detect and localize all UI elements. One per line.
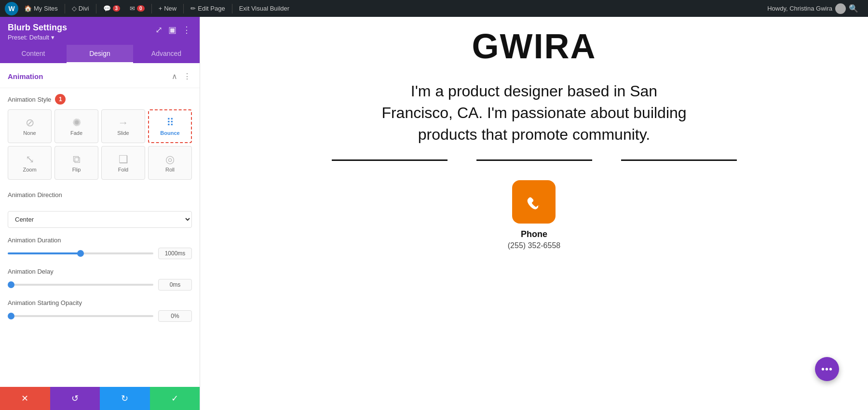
anim-option-none[interactable]: ⊘ None	[8, 109, 52, 143]
slide-icon: →	[118, 118, 129, 128]
wordpress-icon[interactable]: W	[5, 2, 18, 15]
animation-duration-value: 1000ms	[158, 248, 192, 259]
animation-opacity-row: Animation Starting Opacity 0%	[0, 296, 200, 328]
fab-icon: •••	[821, 364, 833, 375]
animation-direction-select[interactable]: Center Top Bottom Left Right	[8, 211, 192, 228]
zoom-icon: ⤡	[26, 154, 34, 165]
divider	[183, 4, 184, 13]
roll-icon: ◎	[165, 154, 175, 165]
animation-section-title: Animation	[8, 72, 43, 80]
admin-bar-exit-builder[interactable]: Exit Visual Builder	[234, 0, 295, 17]
panel-header-left: Blurb Settings Preset: Default ▾	[8, 23, 67, 41]
animation-style-row: Animation Style 1 ⊘ None ✺ Fade	[0, 88, 200, 185]
panel-preset[interactable]: Preset: Default ▾	[8, 34, 67, 41]
panel-header: Blurb Settings Preset: Default ▾ ⤢ ▣ ⋮	[0, 17, 200, 45]
contact-section: Phone (255) 352-6558	[508, 175, 560, 260]
panel-more-icon[interactable]: ⋮	[181, 24, 192, 36]
animation-delay-row: Animation Delay 0ms	[0, 265, 200, 296]
anim-option-slide[interactable]: → Slide	[101, 109, 145, 143]
contact-title: Phone	[521, 229, 547, 239]
home-icon: 🏠	[24, 5, 32, 12]
pencil-icon: ✏	[190, 5, 196, 12]
animation-opacity-value: 0%	[158, 310, 192, 322]
anim-option-roll[interactable]: ◎ Roll	[148, 146, 192, 180]
chevron-down-icon: ▾	[51, 34, 54, 41]
admin-bar-edit-page[interactable]: ✏ Edit Page	[186, 0, 230, 17]
comment-icon: 💬	[103, 5, 111, 12]
anim-option-zoom[interactable]: ⤡ Zoom	[8, 146, 52, 180]
admin-bar-new-comment[interactable]: ✉ 0	[125, 0, 149, 17]
divider	[232, 4, 232, 13]
animation-duration-control: 1000ms	[8, 248, 192, 259]
redo-button[interactable]: ↻	[100, 387, 150, 410]
divider-line-3	[621, 159, 737, 161]
fab-button[interactable]: •••	[815, 357, 839, 381]
animation-direction-row: Animation Direction	[0, 185, 200, 209]
animation-duration-track[interactable]	[8, 252, 153, 254]
animation-delay-control: 0ms	[8, 279, 192, 291]
animation-duration-label: Animation Duration	[8, 237, 192, 244]
section-actions: ∧ ⋮	[171, 71, 192, 82]
admin-bar-new[interactable]: + New	[154, 0, 182, 17]
avatar	[835, 3, 846, 14]
site-title: GWIRA	[472, 17, 597, 71]
divider	[65, 4, 65, 13]
admin-bar-divi[interactable]: ◇ Divi	[67, 0, 94, 17]
hero-text: I'm a product designer based in San Fran…	[361, 71, 708, 159]
animation-style-grid: ⊘ None ✺ Fade → Slide ⠿	[8, 109, 192, 180]
animation-delay-thumb[interactable]	[8, 281, 14, 288]
fade-icon: ✺	[72, 118, 81, 128]
section-collapse-btn[interactable]: ∧	[171, 71, 178, 82]
panel-resize-icon[interactable]: ⤢	[154, 24, 163, 36]
admin-bar-comments[interactable]: 💬 3	[98, 0, 125, 17]
cancel-button[interactable]: ✕	[0, 387, 50, 410]
panel-title: Blurb Settings	[8, 23, 67, 33]
anim-option-fold[interactable]: ❑ Fold	[101, 146, 145, 180]
animation-style-label: Animation Style 1	[8, 94, 192, 105]
animation-direction-label: Animation Direction	[8, 191, 192, 198]
animation-duration-thumb[interactable]	[77, 250, 84, 257]
undo-button[interactable]: ↺	[50, 387, 100, 410]
admin-bar-right: Howdy, Christina Gwira 🔍	[767, 3, 863, 14]
main-layout: Blurb Settings Preset: Default ▾ ⤢ ▣ ⋮ C…	[0, 17, 868, 410]
divider-lines	[303, 159, 766, 161]
panel-footer: ✕ ↺ ↻ ✓	[0, 387, 200, 410]
tab-content[interactable]: Content	[0, 45, 67, 63]
animation-opacity-control: 0%	[8, 310, 192, 322]
admin-bar-my-sites[interactable]: 🏠 My Sites	[19, 0, 63, 17]
panel-tabs: Content Design Advanced	[0, 45, 200, 63]
plus-icon: +	[159, 5, 163, 12]
phone-icon-box	[512, 180, 556, 224]
section-settings-btn[interactable]: ⋮	[182, 71, 192, 82]
panel-columns-icon[interactable]: ▣	[167, 24, 177, 36]
divider-line-1	[332, 159, 448, 161]
animation-duration-fill	[8, 252, 81, 254]
animation-delay-track[interactable]	[8, 284, 153, 286]
animation-direction-select-row: Center Top Bottom Left Right	[0, 209, 200, 234]
anim-option-fade[interactable]: ✺ Fade	[54, 109, 98, 143]
animation-opacity-label: Animation Starting Opacity	[8, 299, 192, 306]
anim-option-bounce[interactable]: ⠿ Bounce	[148, 109, 192, 143]
none-icon: ⊘	[26, 118, 34, 128]
animation-opacity-thumb[interactable]	[8, 313, 14, 319]
search-icon[interactable]: 🔍	[849, 4, 858, 13]
left-panel: Blurb Settings Preset: Default ▾ ⤢ ▣ ⋮ C…	[0, 17, 200, 410]
animation-delay-label: Animation Delay	[8, 268, 192, 275]
divider	[96, 4, 96, 13]
badge-number: 1	[55, 94, 66, 105]
right-content: GWIRA I'm a product designer based in Sa…	[200, 17, 868, 410]
bounce-icon: ⠿	[166, 118, 174, 128]
animation-section-header: Animation ∧ ⋮	[0, 63, 200, 88]
contact-phone: (255) 352-6558	[508, 241, 560, 250]
flip-icon: ⧉	[73, 154, 81, 165]
fold-icon: ❑	[119, 154, 128, 165]
divider	[151, 4, 152, 13]
animation-opacity-track[interactable]	[8, 315, 153, 317]
divi-icon: ◇	[72, 5, 77, 12]
user-greeting: Howdy, Christina Gwira	[767, 5, 832, 12]
tab-design[interactable]: Design	[67, 45, 133, 63]
anim-option-flip[interactable]: ⧉ Flip	[54, 146, 98, 180]
save-button[interactable]: ✓	[150, 387, 200, 410]
panel-content: Animation ∧ ⋮ Animation Style 1 ⊘ None	[0, 63, 200, 387]
tab-advanced[interactable]: Advanced	[133, 45, 200, 63]
